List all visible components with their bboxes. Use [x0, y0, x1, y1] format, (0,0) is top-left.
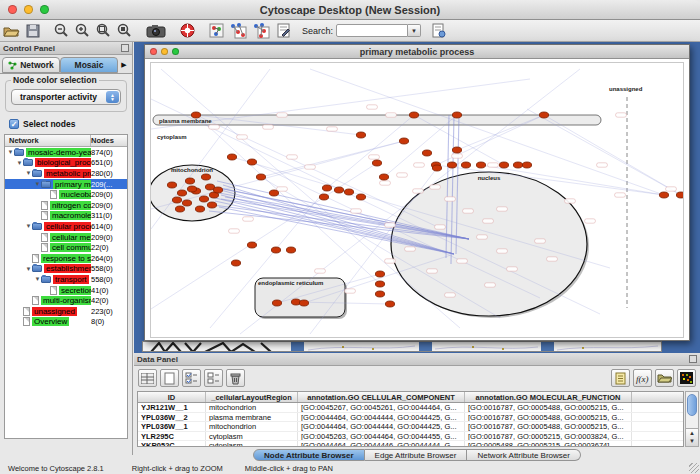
network-node[interactable]	[299, 300, 308, 306]
tree-row[interactable]: nitrogen compou209(0)	[5, 200, 127, 211]
tree-expand-icon[interactable]: ▼	[25, 170, 32, 176]
tree-row[interactable]: ▼cellular process614(0)	[5, 221, 127, 232]
help-icon[interactable]	[177, 21, 198, 41]
float-panel-icon[interactable]	[121, 44, 129, 52]
network-node[interactable]	[356, 194, 365, 200]
zoom-fit-icon[interactable]	[93, 21, 114, 41]
network-node[interactable]	[175, 206, 184, 212]
network-node[interactable]	[322, 185, 331, 191]
unselect-attributes-icon[interactable]	[204, 369, 223, 387]
network-node[interactable]	[375, 291, 384, 297]
table-scrollbar[interactable]: ▲▼	[685, 391, 699, 447]
tree-row[interactable]: ▼metabolic process280(0)	[5, 168, 127, 179]
tree-row[interactable]: cellular metaboli209(0)	[5, 232, 127, 243]
table-row[interactable]: YPL036W__2plasma membrane[GO:0044464, GO…	[138, 413, 683, 423]
network-node[interactable]	[409, 112, 418, 118]
table-column-header[interactable]: ID	[138, 392, 206, 402]
network-node[interactable]	[379, 174, 388, 180]
save-icon[interactable]	[23, 21, 43, 41]
network-node[interactable]	[177, 190, 186, 196]
network-node[interactable]	[513, 162, 522, 168]
import-attributes-icon[interactable]	[429, 21, 449, 41]
notes-icon[interactable]	[611, 369, 630, 387]
tab-network-attribute-browser[interactable]: Network Attribute Browser	[467, 449, 580, 461]
network-edge[interactable]	[527, 109, 681, 195]
network-node[interactable]	[432, 165, 441, 171]
network-edge[interactable]	[261, 141, 404, 177]
network-node[interactable]	[522, 162, 531, 168]
network-node[interactable]	[247, 159, 256, 165]
tab-network[interactable]: Network	[2, 57, 60, 73]
tab-mosaic[interactable]: Mosaic	[60, 57, 118, 73]
new-attribute-icon[interactable]	[160, 369, 179, 387]
search-input[interactable]	[336, 24, 408, 37]
vizmapper-icon[interactable]	[206, 21, 227, 41]
network-node[interactable]	[286, 247, 295, 253]
table-column-header[interactable]: annotation.GO MOLECULAR_FUNCTION	[465, 392, 632, 402]
network-node[interactable]	[676, 192, 684, 198]
tree-expand-icon[interactable]: ▼	[16, 160, 23, 166]
table-row[interactable]: YLR295Ccytoplasm[GO:0045263, GO:0044464,…	[138, 432, 683, 442]
network-node[interactable]	[247, 242, 256, 248]
tree-expand-icon[interactable]: ▼	[34, 181, 41, 187]
network-node[interactable]	[334, 187, 343, 193]
network-node[interactable]	[344, 189, 353, 195]
tree-row[interactable]: cell communicat22(0)	[5, 242, 127, 253]
tree-expand-icon[interactable]: ▼	[25, 266, 32, 272]
network-edge[interactable]	[544, 115, 681, 195]
select-nodes-checkbox[interactable]: ✓	[9, 119, 19, 129]
network-node[interactable]	[452, 147, 461, 153]
tree-row[interactable]: ▼biological_process651(0)	[5, 158, 127, 169]
network-node[interactable]	[213, 187, 222, 193]
tree-row[interactable]: macromolecule311(0)	[5, 211, 127, 222]
network-canvas[interactable]: plasma membranecytoplasmmitochondrionnuc…	[150, 62, 684, 338]
network-node[interactable]	[385, 301, 394, 307]
network-node[interactable]	[539, 112, 548, 118]
network-node[interactable]	[207, 202, 216, 208]
network-node[interactable]	[182, 200, 191, 206]
tree-row[interactable]: unassigned223(0)	[5, 306, 127, 317]
network-node[interactable]	[256, 174, 265, 180]
table-column-header[interactable]: annotation.GO CELLULAR_COMPONENT	[298, 392, 465, 402]
table-row[interactable]: YJR121W__1mitochondrion[GO:0045267, GO:0…	[138, 403, 683, 413]
network-node[interactable]	[199, 196, 208, 202]
network-node[interactable]	[372, 160, 381, 166]
tree-row[interactable]: response to stimulu264(0)	[5, 253, 127, 264]
network-node[interactable]	[319, 194, 328, 200]
tree-row[interactable]: ▼mosaic-demo-yeast874(0)	[5, 147, 127, 158]
network-node[interactable]	[422, 150, 431, 156]
tree-row[interactable]: secretion41(0)	[5, 285, 127, 296]
network-node[interactable]	[476, 162, 485, 168]
tree-row[interactable]: nucleobase-conta209(0)	[5, 189, 127, 200]
tab-edge-attribute-browser[interactable]: Edge Attribute Browser	[365, 449, 468, 461]
network-node[interactable]	[167, 182, 176, 188]
table-scrollbar-arrows[interactable]: ▲▼	[686, 428, 698, 446]
network-node[interactable]	[201, 174, 210, 180]
network-node[interactable]	[185, 178, 194, 184]
open-file-icon[interactable]	[0, 21, 23, 41]
node-color-dropdown[interactable]: transporter activity ▲▼	[11, 89, 121, 105]
tree-row[interactable]: Overview8(0)	[5, 317, 127, 328]
network-node[interactable]	[399, 138, 408, 144]
attribute-grid-icon[interactable]	[138, 369, 157, 387]
tree-expand-icon[interactable]: ▼	[34, 276, 41, 282]
network-window-titlebar[interactable]: primary metabolic process	[145, 45, 689, 59]
tree-col-network[interactable]: Network	[5, 135, 91, 146]
zoom-in-icon[interactable]	[72, 21, 93, 41]
tree-col-nodes[interactable]: Nodes	[91, 135, 127, 146]
network-node[interactable]	[269, 190, 278, 196]
tree-row[interactable]: ▼transport558(0)	[5, 274, 127, 285]
network-node[interactable]	[195, 206, 204, 212]
tree-row[interactable]: multi-organism pro42(0)	[5, 295, 127, 306]
tree-expand-icon[interactable]: ▼	[25, 223, 32, 229]
network-node[interactable]	[187, 186, 196, 192]
network-node[interactable]	[231, 260, 240, 266]
tab-scroll-right-icon[interactable]: ▶	[118, 57, 130, 73]
zoom-out-icon[interactable]	[51, 21, 72, 41]
resize-grip[interactable]	[689, 463, 699, 473]
tree-row[interactable]: ▼establishment of lo558(0)	[5, 264, 127, 275]
network-node[interactable]	[375, 281, 384, 287]
background-windows-strip[interactable]	[142, 341, 662, 352]
network-node[interactable]	[272, 300, 281, 306]
zoom-selected-icon[interactable]	[114, 21, 135, 41]
